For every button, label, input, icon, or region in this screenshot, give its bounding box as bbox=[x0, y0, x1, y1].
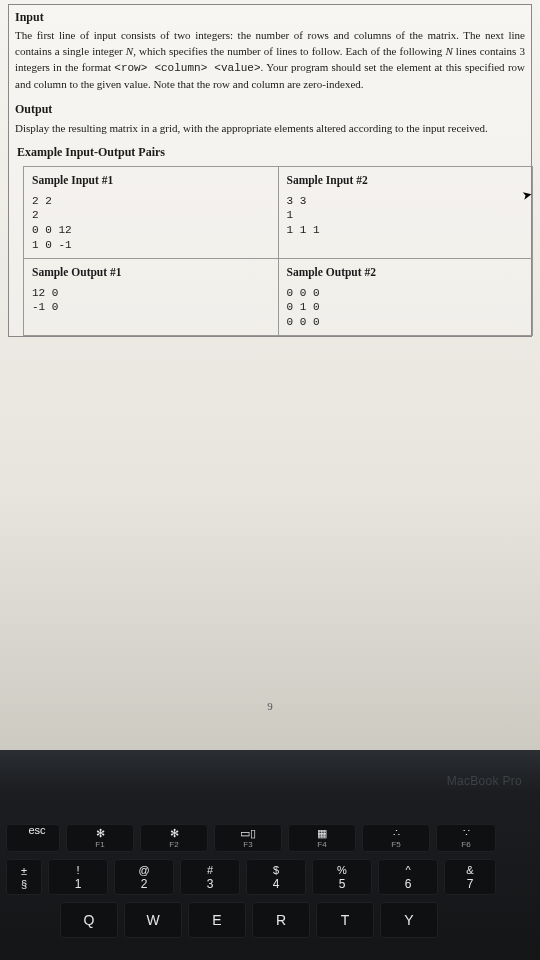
key-label: F3 bbox=[243, 840, 252, 849]
key-6[interactable]: ^6 bbox=[378, 859, 438, 895]
output-description: Display the resulting matrix in a grid, … bbox=[15, 121, 525, 137]
sample-input-2-head: Sample Input #2 bbox=[287, 172, 525, 189]
sample-input-2: 3 3 1 1 1 1 bbox=[287, 194, 525, 239]
key-section[interactable]: ±§ bbox=[6, 859, 42, 895]
brightness-down-icon: ✻ bbox=[96, 828, 105, 839]
brand-label: MacBook Pro bbox=[447, 774, 522, 788]
sample-cell: Sample Input #1 2 2 2 0 0 12 1 0 -1 bbox=[24, 166, 279, 258]
sample-output-2-head: Sample Output #2 bbox=[287, 264, 525, 281]
samples-table: Sample Input #1 2 2 2 0 0 12 1 0 -1 Samp… bbox=[23, 166, 533, 336]
key-t[interactable]: T bbox=[316, 902, 374, 938]
key-5[interactable]: %5 bbox=[312, 859, 372, 895]
key-sym: ! bbox=[76, 865, 79, 876]
key-label: F5 bbox=[391, 840, 400, 849]
key-e[interactable]: E bbox=[188, 902, 246, 938]
key-sym: # bbox=[207, 865, 213, 876]
launchpad-icon: ▦ bbox=[317, 828, 327, 839]
key-r[interactable]: R bbox=[252, 902, 310, 938]
sample-output-2: 0 0 0 0 1 0 0 0 0 bbox=[287, 286, 525, 331]
key-f1[interactable]: ✻F1 bbox=[66, 824, 134, 852]
output-heading: Output bbox=[15, 101, 525, 118]
sample-cell: Sample Output #1 12 0 -1 0 bbox=[24, 258, 279, 335]
sample-cell: Sample Input #2 3 3 1 1 1 1 bbox=[278, 166, 533, 258]
var-N: N bbox=[445, 45, 452, 57]
key-label: F4 bbox=[317, 840, 326, 849]
key-3[interactable]: #3 bbox=[180, 859, 240, 895]
key-sym: % bbox=[337, 865, 347, 876]
input-heading: Input bbox=[15, 9, 525, 26]
key-1[interactable]: !1 bbox=[48, 859, 108, 895]
key-q[interactable]: Q bbox=[60, 902, 118, 938]
letter-row: Q W E R T Y bbox=[0, 902, 540, 938]
key-f6[interactable]: ∵F6 bbox=[436, 824, 496, 852]
brightness-up-icon: ✻ bbox=[170, 828, 179, 839]
key-sym: $ bbox=[273, 865, 279, 876]
fn-row: esc ✻F1 ✻F2 ▭▯F3 ▦F4 ∴F5 ∵F6 bbox=[0, 824, 540, 852]
key-f3[interactable]: ▭▯F3 bbox=[214, 824, 282, 852]
key-num: 7 bbox=[467, 878, 474, 890]
sample-input-1: 2 2 2 0 0 12 1 0 -1 bbox=[32, 194, 270, 253]
key-f2[interactable]: ✻F2 bbox=[140, 824, 208, 852]
key-7[interactable]: &7 bbox=[444, 859, 496, 895]
key-label: esc bbox=[28, 824, 45, 836]
key-y[interactable]: Y bbox=[380, 902, 438, 938]
sample-output-1: 12 0 -1 0 bbox=[32, 286, 270, 316]
key-label: F6 bbox=[461, 840, 470, 849]
key-num: 3 bbox=[207, 878, 214, 890]
key-4[interactable]: $4 bbox=[246, 859, 306, 895]
key-label: Y bbox=[404, 912, 413, 928]
key-sym: @ bbox=[138, 865, 149, 876]
text: , which specifies the number of lines to… bbox=[133, 45, 445, 57]
problem-box: Input The first line of input consists o… bbox=[8, 4, 532, 337]
key-sym: ^ bbox=[405, 865, 410, 876]
key-num: 6 bbox=[405, 878, 412, 890]
key-f4[interactable]: ▦F4 bbox=[288, 824, 356, 852]
key-label: F1 bbox=[95, 840, 104, 849]
key-label: Q bbox=[84, 912, 95, 928]
format-code: <row> <column> <value> bbox=[114, 62, 260, 74]
key-f5[interactable]: ∴F5 bbox=[362, 824, 430, 852]
key-esc[interactable]: esc bbox=[6, 824, 60, 852]
key-label: E bbox=[212, 912, 221, 928]
key-sym: § bbox=[21, 878, 27, 890]
key-sym: & bbox=[466, 865, 473, 876]
examples-heading: Example Input-Output Pairs bbox=[17, 144, 525, 161]
number-row: ±§ !1 @2 #3 $4 %5 ^6 &7 bbox=[0, 859, 540, 895]
key-label: F2 bbox=[169, 840, 178, 849]
laptop-body: MacBook Pro esc ✻F1 ✻F2 ▭▯F3 ▦F4 ∴F5 ∵F6… bbox=[0, 750, 540, 960]
page-number: 9 bbox=[267, 700, 273, 712]
sample-cell: Sample Output #2 0 0 0 0 1 0 0 0 0 bbox=[278, 258, 533, 335]
kb-brightness-up-icon: ∵ bbox=[463, 828, 470, 839]
key-sym: ± bbox=[21, 865, 27, 877]
key-num: 4 bbox=[273, 878, 280, 890]
key-w[interactable]: W bbox=[124, 902, 182, 938]
input-description: The first line of input consists of two … bbox=[15, 28, 525, 93]
keyboard: esc ✻F1 ✻F2 ▭▯F3 ▦F4 ∴F5 ∵F6 ±§ !1 @2 #3… bbox=[0, 824, 540, 945]
key-2[interactable]: @2 bbox=[114, 859, 174, 895]
sample-input-1-head: Sample Input #1 bbox=[32, 172, 270, 189]
key-label: W bbox=[146, 912, 159, 928]
key-label: T bbox=[341, 912, 350, 928]
key-label: R bbox=[276, 912, 286, 928]
kb-brightness-down-icon: ∴ bbox=[393, 828, 400, 839]
mission-control-icon: ▭▯ bbox=[240, 828, 256, 839]
key-num: 1 bbox=[75, 878, 82, 890]
key-num: 2 bbox=[141, 878, 148, 890]
sample-output-1-head: Sample Output #1 bbox=[32, 264, 270, 281]
document-screen: Input The first line of input consists o… bbox=[0, 0, 540, 750]
key-num: 5 bbox=[339, 878, 346, 890]
